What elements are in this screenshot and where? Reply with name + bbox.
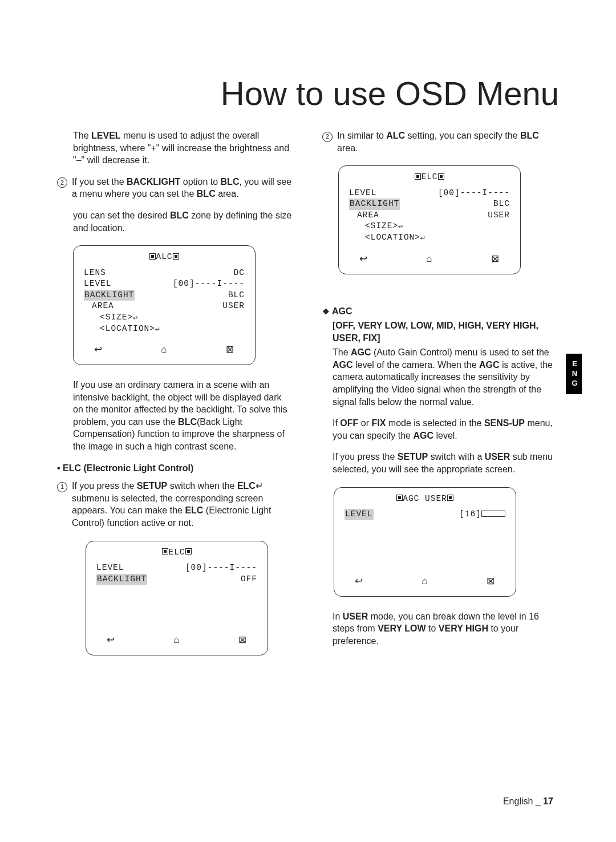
square-icon	[162, 548, 168, 554]
osd-value: [00]----I----	[438, 188, 510, 199]
osd-item: LEVEL	[84, 278, 112, 290]
square-icon	[396, 495, 403, 501]
close-icon: ⊠	[487, 575, 495, 588]
osd-value: [00]----I----	[185, 562, 257, 574]
paragraph-agc-user: If you press the SETUP switch with a USE…	[322, 451, 559, 475]
home-icon: ⌂	[422, 575, 428, 588]
osd-title-text: ALC	[156, 252, 172, 261]
language-tab: ENG	[566, 354, 582, 394]
two-column-layout: The LEVEL menu is used to adjust the ove…	[57, 129, 559, 669]
home-icon: ⌂	[173, 634, 180, 647]
left-column: The LEVEL menu is used to adjust the ove…	[57, 129, 294, 669]
osd-item: AREA	[349, 210, 379, 221]
osd-value: [16]	[459, 509, 505, 520]
osd-item: LEVEL	[96, 562, 124, 574]
page-title: How to use OSD Menu	[57, 74, 559, 112]
square-icon	[447, 495, 453, 501]
back-icon: ↩	[94, 343, 103, 357]
osd-screen-agc-user: AGC USER LEVEL [16] ↩ ⌂ ⊠	[334, 487, 516, 597]
home-icon: ⌂	[426, 253, 432, 266]
heading-elc: • ELC (Electronic Light Control)	[57, 462, 294, 475]
step-2-backlight: 2 If you set the BACKLIGHT option to BLC…	[57, 176, 294, 200]
osd-title: ELC	[349, 172, 510, 183]
osd-item: LENS	[84, 268, 106, 279]
back-icon: ↩	[359, 253, 368, 266]
osd-title-text: AGC USER	[403, 494, 447, 503]
diamond-icon: ❖	[322, 307, 330, 316]
step-2-elc-blc: 2 In similar to ALC setting, you can spe…	[322, 129, 559, 154]
enter-icon: ↵	[133, 313, 138, 322]
paragraph-user-mode: In USER mode, you can break down the lev…	[322, 610, 559, 647]
osd-screen-alc: ALC LENSDC LEVEL[00]----I---- BACKLIGHTB…	[73, 245, 256, 365]
osd-item: BACKLIGHT	[349, 199, 400, 210]
paragraph-level-desc: The LEVEL menu is used to adjust the ove…	[57, 129, 294, 167]
osd-screen-elc-basic: ELC LEVEL[00]----I---- BACKLIGHTOFF ↩ ⌂ …	[86, 541, 268, 656]
close-icon: ⊠	[491, 253, 500, 266]
osd-item: <SIZE>↵	[84, 312, 138, 323]
osd-screen-elc-full: ELC LEVEL[00]----I---- BACKLIGHTBLC AREA…	[338, 165, 521, 274]
square-icon	[173, 253, 179, 260]
back-icon: ↩	[107, 634, 115, 647]
footer-page-number: 17	[543, 796, 553, 806]
heading-agc: ❖AGC	[322, 305, 559, 318]
osd-title-text: ELC	[421, 172, 437, 181]
step-number-icon: 2	[322, 132, 333, 142]
footer-language: English	[503, 796, 533, 806]
paragraph-agc-desc: The AGC (Auto Gain Control) menu is used…	[322, 346, 559, 408]
back-icon: ↩	[355, 575, 363, 588]
osd-value: BLC	[493, 199, 510, 210]
osd-title: ALC	[84, 252, 245, 263]
enter-icon: ↵	[256, 481, 263, 491]
page-footer: English _ 17	[503, 796, 553, 807]
osd-item: <SIZE>↵	[349, 221, 403, 232]
osd-title-text: ELC	[168, 548, 185, 557]
osd-value: OFF	[241, 574, 257, 585]
osd-item: <LOCATION>↵	[84, 323, 160, 335]
osd-item: BACKLIGHT	[96, 574, 147, 585]
osd-value: BLC	[228, 290, 245, 301]
osd-value: USER	[222, 301, 245, 312]
right-column: 2 In similar to ALC setting, you can spe…	[322, 129, 559, 669]
close-icon: ⊠	[238, 634, 247, 647]
heading-agc-options: [OFF, VERY LOW, LOW, MID, HIGH, VERY HIG…	[322, 319, 559, 344]
step-number-icon: 2	[57, 177, 67, 188]
paragraph-blc-zone: you can set the desired BLC zone by defi…	[57, 209, 294, 234]
square-icon	[149, 253, 156, 260]
osd-value: DC	[234, 268, 245, 279]
step-1-elc: 1 If you press the SETUP switch when the…	[57, 480, 294, 529]
level-slider-icon	[481, 511, 505, 517]
enter-icon: ↵	[398, 222, 403, 230]
square-icon	[438, 173, 444, 180]
square-icon	[415, 173, 421, 180]
manual-page: How to use OSD Menu The LEVEL menu is us…	[0, 0, 616, 842]
osd-item: LEVEL	[345, 509, 374, 520]
paragraph-blc-explain: If you use an ordinary camera in a scene…	[57, 379, 294, 453]
osd-item: AREA	[84, 301, 114, 312]
square-icon	[185, 548, 192, 554]
close-icon: ⊠	[226, 343, 234, 357]
osd-item: LEVEL	[349, 188, 377, 199]
osd-value: [00]----I----	[173, 278, 245, 290]
osd-value: USER	[488, 210, 510, 221]
osd-item: BACKLIGHT	[84, 290, 135, 301]
enter-icon: ↵	[155, 325, 160, 333]
osd-item: <LOCATION>↵	[349, 232, 425, 244]
step-number-icon: 1	[57, 482, 67, 492]
osd-title: ELC	[96, 547, 257, 558]
osd-title: AGC USER	[345, 493, 505, 505]
paragraph-agc-off-fix: If OFF or FIX mode is selected in the SE…	[322, 417, 559, 442]
home-icon: ⌂	[161, 343, 167, 357]
enter-icon: ↵	[420, 233, 425, 242]
